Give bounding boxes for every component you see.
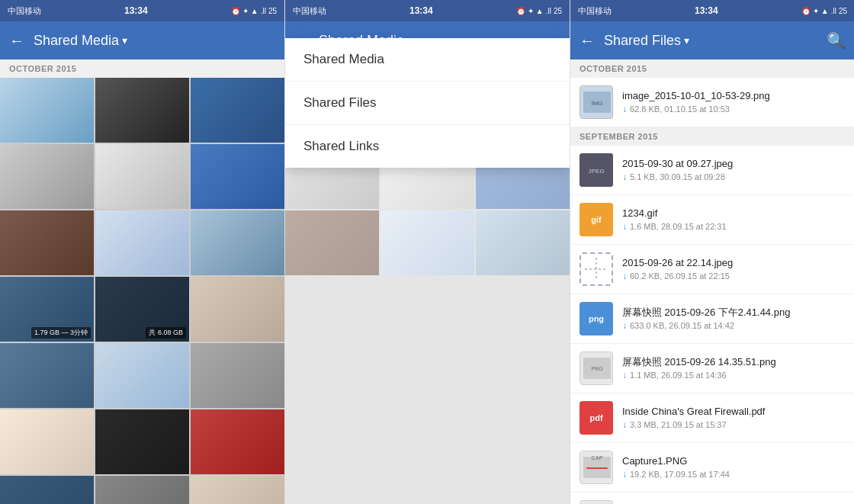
media-cell[interactable] [191, 409, 284, 474]
video-badge: 1.79 GB — 3分钟 [31, 327, 91, 339]
file-size-date: 5.1 KB, 30.09.15 at 09:28 [630, 172, 725, 181]
dropdown-item-shared-links[interactable]: Shared Links [285, 125, 570, 168]
media-cell[interactable] [0, 78, 94, 143]
battery-icon-3: 25 [839, 7, 847, 15]
status-bar-3: 中国移动 13:34 ⏰ ✦ ▲ .ll 25 [570, 0, 854, 21]
file-thumb-gif: gif [580, 203, 613, 236]
alarm-icon-3: ⏰ [801, 7, 811, 15]
svg-rect-14 [580, 500, 612, 504]
media-cell[interactable] [191, 78, 284, 143]
media-cell[interactable] [191, 476, 284, 504]
file-size-date: 1.1 MB, 26.09.15 at 14:36 [630, 371, 727, 380]
file-item[interactable]: IMG image_2015-10-01_10-53-29.png ↓ 62.8… [570, 78, 854, 127]
file-size-date: 60.2 KB, 26.09.15 at 22:15 [630, 271, 730, 281]
signal-icon-2: .ll [546, 7, 551, 15]
file-size-date: 3.3 MB, 21.09.15 at 15:37 [630, 420, 727, 429]
svg-text:PNG: PNG [591, 366, 603, 371]
media-cell-2[interactable] [285, 210, 379, 275]
file-info: 2015-09-30 at 09.27.jpeg ↓ 5.1 KB, 30.09… [622, 158, 846, 183]
media-cell[interactable] [95, 409, 189, 474]
file-name: Inside China's Great Firewall.pdf [622, 406, 846, 419]
media-cell[interactable]: 1.79 GB — 正在计 [0, 476, 94, 504]
media-cell[interactable] [191, 144, 284, 209]
svg-text:JPEG: JPEG [588, 168, 604, 175]
media-cell[interactable] [0, 343, 94, 408]
file-meta: ↓ 60.2 KB, 26.09.15 at 22:15 [622, 271, 846, 281]
dropdown-item-shared-files[interactable]: Shared Files [285, 82, 570, 125]
dropdown-item-shared-media[interactable]: Shared Media [285, 38, 570, 82]
bt-icon: ✦ [242, 7, 249, 15]
dropdown-arrow-1[interactable]: ▾ [122, 34, 127, 47]
media-cell[interactable] [191, 210, 284, 275]
media-cell[interactable]: 1.79 GB — 3分钟 [0, 277, 94, 342]
time-1: 13:34 [124, 5, 148, 16]
file-item[interactable]: png 屏幕快照 2015-09-26 下午2.41.44.png ↓ 633.… [570, 294, 854, 344]
file-item[interactable]: CAP Capture1.PNG ↓ 19.2 KB, 17.09.15 at … [570, 443, 854, 493]
download-arrow-icon: ↓ [622, 419, 627, 430]
file-meta: ↓ 1.6 MB, 28.09.15 at 22:31 [622, 221, 846, 232]
gif-label: gif [591, 215, 601, 224]
media-cell[interactable] [95, 343, 189, 408]
files-list[interactable]: IMG image_2015-10-01_10-53-29.png ↓ 62.8… [570, 78, 854, 504]
file-thumb-capture3: PNG [580, 500, 613, 504]
alarm-icon-2: ⏰ [516, 7, 525, 15]
file-item[interactable]: JPEG 2015-09-30 at 09.27.jpeg ↓ 5.1 KB, … [570, 146, 854, 195]
media-cell-2[interactable] [380, 210, 474, 275]
search-icon-3[interactable]: 🔍 [827, 31, 846, 50]
file-item[interactable]: PNG 屏幕快照 2015-09-26 14.35.51.png ↓ 1.1 M… [570, 344, 854, 393]
time-3: 13:34 [695, 5, 718, 16]
file-meta: ↓ 19.2 KB, 17.09.15 at 17:44 [622, 469, 846, 480]
alarm-icon: ⏰ [231, 7, 240, 15]
media-cell[interactable] [191, 343, 284, 408]
media-cell[interactable] [0, 210, 94, 275]
file-meta: ↓ 633.0 KB, 26.09.15 at 14:42 [622, 320, 846, 331]
png-label: png [589, 314, 604, 323]
dropdown-menu: Shared Media Shared Files Shared Links [285, 38, 570, 168]
file-meta: ↓ 1.1 MB, 26.09.15 at 14:36 [622, 370, 846, 380]
file-meta: ↓ 5.1 KB, 30.09.15 at 09:28 [622, 172, 846, 182]
media-cell[interactable] [95, 210, 189, 275]
media-grid: 1.79 GB — 3分钟 共 6.08 GB 1.79 GB — 正在计 [0, 78, 284, 504]
page-title-1[interactable]: Shared Media ▾ [34, 33, 275, 49]
media-cell[interactable] [0, 144, 94, 209]
file-item[interactable]: 2015-09-26 at 22.14.jpeg ↓ 60.2 KB, 26.0… [570, 245, 854, 294]
video-badge: 共 6.08 GB [146, 327, 186, 339]
back-button-1[interactable]: ← [9, 32, 24, 50]
wifi-icon: ▲ [251, 7, 258, 15]
file-thumb-pdf: pdf [580, 401, 613, 435]
bt-icon-2: ✦ [528, 7, 534, 15]
file-thumb-img: IMG [580, 85, 613, 119]
file-item[interactable]: PNG Capture.PNG [570, 493, 854, 504]
file-name: Capture1.PNG [622, 455, 846, 468]
download-arrow-icon: ↓ [622, 104, 627, 114]
media-cell[interactable] [0, 409, 94, 474]
media-cell[interactable] [95, 476, 189, 504]
download-arrow-icon: ↓ [622, 320, 627, 331]
media-cell[interactable] [95, 144, 189, 209]
file-size-date: 1.6 MB, 28.09.15 at 22:31 [630, 222, 727, 231]
file-meta: ↓ 3.3 MB, 21.09.15 at 15:37 [622, 419, 846, 430]
media-cell-2[interactable] [476, 210, 570, 275]
panel-shared-media: 中国移动 13:34 ⏰ ✦ ▲ .ll 25 ← Shared Media ▾… [0, 0, 284, 504]
bt-icon-3: ✦ [813, 7, 819, 15]
file-info: Capture1.PNG ↓ 19.2 KB, 17.09.15 at 17:4… [622, 455, 846, 480]
page-title-3[interactable]: Shared Files ▾ [604, 33, 827, 49]
media-cell[interactable] [95, 78, 189, 143]
title-label-3: Shared Files [604, 33, 681, 49]
file-name: 2015-09-30 at 09.27.jpeg [622, 158, 846, 171]
carrier-2: 中国移动 [293, 5, 326, 17]
time-2: 13:34 [409, 5, 433, 16]
svg-text:IMG: IMG [591, 100, 602, 107]
svg-rect-12 [586, 467, 608, 469]
back-button-3[interactable]: ← [580, 32, 595, 50]
dropdown-arrow-3[interactable]: ▾ [684, 34, 689, 47]
download-arrow-icon: ↓ [622, 370, 627, 380]
media-cell[interactable] [191, 277, 284, 342]
panel-dropdown: 中国移动 13:34 ⏰ ✦ ▲ .ll 25 ← Shared Media ▾… [285, 0, 570, 504]
section-oct-files: OCTOBER 2015 [570, 59, 854, 78]
pdf-label: pdf [589, 413, 602, 422]
file-item[interactable]: gif 1234.gif ↓ 1.6 MB, 28.09.15 at 22:31 [570, 195, 854, 245]
icons-3: ⏰ ✦ ▲ .ll 25 [801, 7, 847, 15]
media-cell[interactable]: 共 6.08 GB [95, 277, 189, 342]
file-item[interactable]: pdf Inside China's Great Firewall.pdf ↓ … [570, 393, 854, 443]
